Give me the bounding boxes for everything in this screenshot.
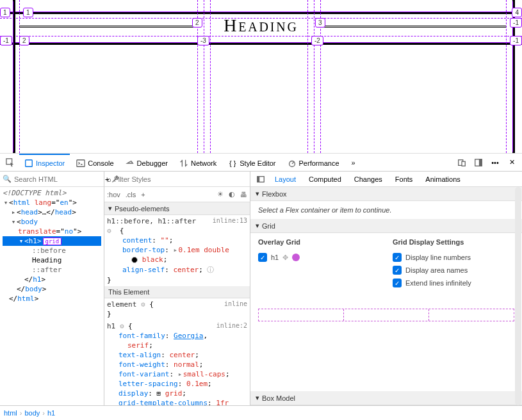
close-icon[interactable]: ✕ [504,155,519,170]
gear-icon[interactable]: ⚙ [120,322,124,330]
breadcrumbs: html › body › h1 [0,406,522,420]
dom-after[interactable]: ::after [3,265,101,275]
twisty-icon[interactable]: ▸ [10,208,17,216]
dom-body-attr[interactable]: translate="no"> [3,227,101,236]
twisty-icon[interactable]: ▾ [256,190,259,198]
grid-badge[interactable]: grid [43,238,62,245]
dom-body-close[interactable]: </body> [3,284,101,294]
dom-before[interactable]: ::before [3,246,101,255]
dom-doctype[interactable]: <!DOCTYPE html> [3,188,101,198]
breadcrumb-item[interactable]: h1 [47,409,55,417]
tab-console[interactable]: Console [71,154,118,172]
dom-body[interactable]: ▾<body [3,217,101,227]
sidebar-toggle-icon[interactable] [253,172,268,187]
css-declaration[interactable]: align-self: center; ⓘ [107,264,247,275]
tab-changes[interactable]: Changes [348,172,389,187]
box-model-accordion[interactable]: ▾Box Model [250,391,522,405]
css-declaration[interactable]: font-family: Georgia, [107,331,247,341]
info-icon[interactable]: ⓘ [207,266,214,274]
css-declaration[interactable]: font-variant: ▸small-caps; [107,369,247,379]
tab-fonts[interactable]: Fonts [389,172,420,187]
checkbox-line-numbers[interactable]: ✓ [393,253,402,262]
source-link[interactable]: inline [224,300,247,307]
css-declaration[interactable]: serif; [107,341,247,350]
css-declaration[interactable]: display: ⊞ grid; [107,389,247,398]
checkbox-h1-overlay[interactable]: ✓ [258,253,267,262]
gear-icon[interactable]: ⚙ [107,227,111,235]
twisty-icon[interactable]: ▾ [3,198,9,207]
dom-html-close[interactable]: </html> [3,294,101,303]
svg-rect-1 [26,159,33,166]
checkbox-area-names[interactable]: ✓ [393,266,402,275]
grid-color-swatch[interactable] [292,254,300,261]
grid-outline-preview[interactable] [258,309,514,321]
dom-text[interactable]: Heading [3,255,101,265]
css-declaration[interactable]: letter-spacing: 0.1em; [107,379,247,389]
twisty-icon[interactable]: ▾ [256,222,259,230]
grid-line-num: -1 [510,36,522,45]
chevron-right-icon: › [20,409,22,417]
search-icon: 🔍 [3,175,12,183]
source-link[interactable]: inline:13 [213,217,247,224]
light-scheme-icon[interactable]: ☀ [217,190,224,198]
grid-line-num: 1 [0,8,10,17]
grid-line-num: 3 [315,18,325,28]
tab-network[interactable]: Network [174,154,222,172]
new-rule-icon[interactable]: + [141,191,145,198]
dom-h1-selected[interactable]: ▾<h1>grid [3,236,101,246]
dom-tree[interactable]: <!DOCTYPE html> ▾<html lang="en"> ▸<head… [0,187,104,405]
flexbox-accordion[interactable]: ▾Flexbox [250,187,522,201]
tab-animations[interactable]: Animations [419,172,466,187]
highlight-icon[interactable]: ✥ [282,254,288,262]
grid-swatch-icon[interactable]: ⊞ [157,389,161,398]
cls-button[interactable]: .cls [126,191,136,198]
css-declaration[interactable]: black; [107,255,247,264]
more-tabs-icon[interactable]: » [346,155,361,170]
kebab-icon[interactable]: ••• [487,155,503,170]
tab-performance[interactable]: Performance [282,154,345,172]
dock-icon[interactable] [471,155,486,170]
pseudo-section[interactable]: ▾Pseudo-elements [104,202,250,215]
twisty-icon[interactable]: ▾ [18,237,24,245]
filter-icon: ⌕ [107,175,111,183]
gear-icon[interactable]: ⚙ [141,300,145,309]
breadcrumb-item[interactable]: body [24,409,40,417]
checkbox-extend-lines[interactable]: ✓ [393,279,402,287]
overlay-grid-heading: Overlay Grid [258,238,380,246]
hov-button[interactable]: :hov [107,191,120,198]
twisty-icon[interactable]: ▾ [108,204,112,213]
tab-debugger[interactable]: Debugger [120,154,173,172]
color-swatch[interactable] [131,257,138,263]
devtools-toolbar: Inspector Console Debugger Network { }St… [0,154,522,172]
flexbox-hint: Select a Flex container or item to conti… [258,206,392,214]
breadcrumb-item[interactable]: html [4,409,17,417]
css-declaration[interactable]: font-weight: normal; [107,360,247,369]
pick-element-icon[interactable] [3,155,18,170]
search-html-input[interactable] [14,175,102,183]
grid-accordion[interactable]: ▾Grid [250,219,522,233]
grid-line-num: -2 [311,36,323,45]
dom-head[interactable]: ▸<head>…</head> [3,207,101,217]
scrollbar[interactable] [515,187,521,405]
responsive-mode-icon[interactable] [454,155,469,170]
source-link[interactable]: inline:2 [216,322,247,329]
layout-panel: Layout Computed Changes Fonts Animations… [250,172,522,405]
grid-item-label[interactable]: h1 [271,254,279,261]
twisty-icon[interactable]: ▾ [256,394,259,402]
svg-rect-7 [479,159,482,166]
tab-computed[interactable]: Computed [302,172,348,187]
dom-html[interactable]: ▾<html lang="en"> [3,198,101,207]
css-declaration[interactable]: grid-template-columns: 1fr [107,398,247,405]
filter-styles-input[interactable] [114,175,247,183]
css-declaration[interactable]: content: ""; [107,236,247,245]
this-element-section: This Element [104,286,250,298]
tab-style-editor[interactable]: { }Style Editor [223,154,281,172]
css-declaration[interactable]: border-top: ▸0.1em double [107,245,247,255]
dom-h1-close[interactable]: </h1> [3,275,101,284]
print-icon[interactable]: 🖶 [240,191,247,198]
dark-scheme-icon[interactable]: ◐ [229,190,235,198]
tab-layout[interactable]: Layout [268,172,302,187]
css-declaration[interactable]: text-align: center; [107,350,247,360]
twisty-icon[interactable]: ▾ [10,218,17,226]
tab-inspector[interactable]: Inspector [19,154,70,172]
